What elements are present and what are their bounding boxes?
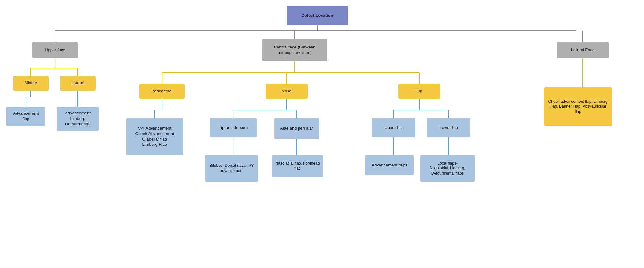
- middle-node: Middle: [13, 76, 49, 91]
- defect-location-node: Defect Location: [287, 6, 348, 25]
- lateral-node: Lateral: [60, 76, 96, 91]
- pericanthal-node: Pericanthal: [139, 84, 185, 99]
- tree-container: Defect Location Upper face Central face …: [0, 0, 644, 268]
- cheek-lateral-node: Cheek advancement flap, Limberg Flap, Ba…: [544, 87, 612, 126]
- lateral-face-node: Lateral Face: [557, 42, 609, 58]
- central-face-node: Central face (Between midpupillary lines…: [262, 39, 327, 61]
- pericanthal-treatments-node: V-Y AdvancementCheek AdvancementGlabella…: [126, 118, 183, 155]
- advancement-flap-left-node: Advancement flap: [6, 107, 45, 126]
- lower-lip-node: Lower Lip: [427, 118, 470, 137]
- local-flaps-node: Local flaps-Nasolabial, Limberg,Defourme…: [420, 155, 475, 182]
- bilobed-node: Bilobed, Dorsal nasal, VY advancement: [205, 155, 258, 182]
- nose-node: Nose: [266, 84, 308, 99]
- upper-lip-node: Upper Lip: [372, 118, 415, 137]
- tip-dorsum-node: Tip and dorsum: [210, 118, 257, 137]
- upper-face-node: Upper face: [32, 42, 78, 58]
- advancement-limberg-node: AdvancementLimbergDefourmental: [57, 107, 99, 131]
- lip-node: Lip: [398, 84, 440, 99]
- advancement-flaps-node: Advancement flaps: [365, 155, 414, 175]
- nasolabial-node: Nasolabial flap, Forehead flap: [272, 155, 323, 177]
- alae-peri-node: Alae and peri alar: [274, 118, 319, 139]
